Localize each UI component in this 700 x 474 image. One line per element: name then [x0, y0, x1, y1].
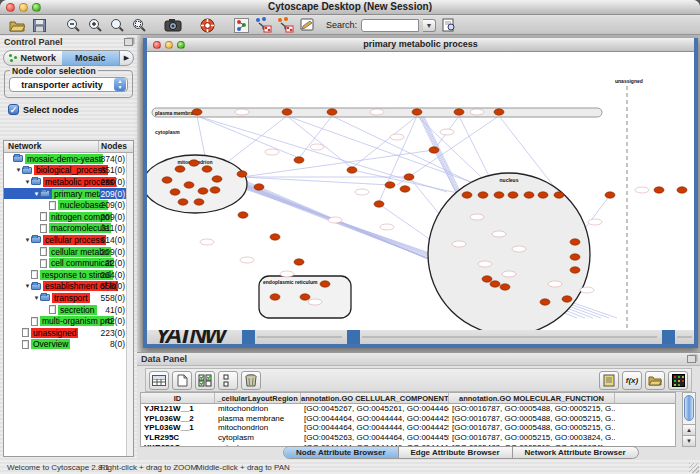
network-node[interactable] — [508, 192, 518, 198]
notepad-icon[interactable] — [599, 371, 619, 390]
network-overview-icon[interactable] — [232, 17, 250, 33]
network-node[interactable] — [400, 186, 410, 192]
network-node[interactable] — [570, 254, 580, 260]
table-row[interactable]: YPL036W__2plasma membrane[GO:0044464, GO… — [141, 414, 675, 424]
network-node[interactable] — [654, 187, 664, 193]
table-cell[interactable]: [GO:0044464, GO:0044444, GO:0044425, G..… — [301, 423, 449, 432]
network-tree-item[interactable]: secretion 41(0) — [4, 304, 126, 316]
table-row[interactable]: YLR295Ccytoplasm[GO:0045263, GO:0044464,… — [141, 433, 675, 443]
column-go-cellular-component[interactable]: annotation.GO CELLULAR_COMPONENT — [301, 393, 449, 403]
delete-attribute-icon[interactable] — [241, 371, 261, 390]
network-node[interactable] — [385, 182, 395, 188]
network-node[interactable] — [677, 187, 687, 193]
network-node[interactable] — [189, 160, 199, 166]
network-node[interactable] — [374, 201, 384, 207]
network-node[interactable] — [540, 299, 550, 305]
table-cell[interactable]: [GO:0016787, GO:0005488, GO:0005215, G..… — [449, 414, 615, 423]
select-nodes-checkbox[interactable]: ✓ — [8, 104, 19, 115]
network-node[interactable] — [462, 192, 472, 198]
zoom-selected-icon[interactable] — [130, 17, 148, 33]
network-tree-item[interactable]: unassigned 223(0) — [4, 327, 126, 339]
network-node[interactable] — [478, 192, 488, 198]
network-node[interactable] — [320, 281, 330, 287]
search-dropdown-button[interactable]: ▼ — [423, 19, 436, 32]
network-tree-item[interactable]: cellular metabo 209(0) — [4, 246, 126, 258]
network-tree-item[interactable]: nucleobase- 209(0) — [4, 199, 126, 211]
unified-view-icon[interactable] — [218, 371, 238, 390]
apply-layout-a-icon[interactable] — [254, 17, 272, 33]
table-cell[interactable]: plasma membrane — [215, 414, 301, 423]
network-node[interactable] — [482, 276, 492, 282]
open-folder-icon[interactable] — [8, 17, 26, 33]
network-node[interactable] — [170, 189, 180, 195]
tree-scrollbar[interactable] — [126, 153, 133, 456]
network-node[interactable] — [300, 294, 310, 300]
network-node[interactable] — [494, 192, 504, 198]
table-cell[interactable]: mitochondrion — [215, 404, 301, 413]
network-node[interactable] — [202, 166, 212, 172]
background-windows-strip[interactable]: YATNW — [147, 330, 694, 344]
network-tree-item[interactable]: multi-organism pro 42(0) — [4, 315, 126, 327]
resize-grip[interactable] — [689, 463, 699, 473]
network-node[interactable] — [327, 109, 337, 115]
float-data-panel-icon[interactable] — [687, 355, 696, 363]
table-scrollbar[interactable]: ▲ ▼ — [682, 392, 696, 447]
network-node[interactable] — [524, 192, 534, 198]
annotation-icon[interactable] — [298, 17, 316, 33]
scroll-up-arrow[interactable]: ▲ — [683, 424, 695, 435]
tab-network-attribute-browser[interactable]: Network Attribute Browser — [513, 447, 638, 458]
table-cell[interactable]: YJR121W__1 — [141, 404, 215, 413]
zoom-fit-icon[interactable] — [108, 17, 126, 33]
help-lifesaver-icon[interactable] — [198, 17, 216, 33]
network-tree-item[interactable]: ▼ metabolic process 280(0) — [4, 176, 126, 188]
new-attribute-icon[interactable] — [172, 371, 192, 390]
import-attributes-icon[interactable] — [645, 371, 665, 390]
network-node[interactable] — [294, 157, 304, 163]
search-input[interactable] — [361, 19, 419, 32]
tab-edge-attribute-browser[interactable]: Edge Attribute Browser — [399, 447, 513, 458]
network-node[interactable] — [347, 167, 357, 173]
table-cell[interactable]: [GO:0016787, GO:0005488, GO:0005215, G..… — [449, 404, 615, 413]
network-tree-item[interactable]: Overview 8(0) — [4, 339, 126, 351]
scroll-down-arrow[interactable]: ▼ — [683, 435, 695, 446]
tab-network[interactable]: Network — [4, 51, 62, 65]
tab-mosaic[interactable]: Mosaic — [62, 51, 120, 65]
network-node[interactable] — [194, 199, 204, 205]
network-node[interactable] — [178, 199, 188, 205]
network-tree-item[interactable]: ▼ cellular process 614(0) — [4, 234, 126, 246]
network-node[interactable] — [429, 147, 439, 153]
table-row[interactable]: YJR121W__1mitochondrion[GO:0045267, GO:0… — [141, 404, 675, 414]
table-cell[interactable]: YPL036W__2 — [141, 414, 215, 423]
table-cell[interactable]: [GO:0016787, GO:0005215, GO:0003824, G..… — [449, 433, 615, 442]
network-node[interactable] — [270, 234, 280, 240]
tab-node-attribute-browser[interactable]: Node Attribute Browser — [284, 447, 399, 458]
snapshot-camera-icon[interactable] — [164, 17, 182, 33]
more-tabs-arrow[interactable]: ▶ — [119, 51, 133, 65]
column-cellular-layout-region[interactable]: _cellularLayoutRegion — [215, 393, 301, 403]
table-scrollbar-thumb[interactable] — [684, 395, 694, 421]
network-node[interactable] — [570, 267, 580, 273]
network-node[interactable] — [282, 109, 292, 115]
network-node[interactable] — [212, 176, 222, 182]
network-node[interactable] — [238, 212, 248, 218]
network-canvas[interactable]: plasma membrane cytoplasm mitochondrion … — [147, 52, 694, 330]
network-node[interactable] — [490, 281, 500, 287]
network-node[interactable] — [162, 177, 172, 183]
network-tree-item[interactable]: ▼ primary metabo 209(0) — [4, 188, 126, 200]
tree-column-network[interactable]: Network — [4, 141, 99, 152]
network-node[interactable] — [454, 109, 464, 115]
table-cell[interactable]: YPL036W__1 — [141, 423, 215, 432]
node-color-combobox[interactable]: transporter activity ▲▼ — [9, 77, 128, 92]
select-attributes-icon[interactable] — [195, 371, 215, 390]
search-options-icon[interactable] — [440, 17, 458, 33]
network-tree-item[interactable]: macromolecule 311(0) — [4, 223, 126, 235]
network-tree-item[interactable]: ▼ biological_process 651(0) — [4, 165, 126, 177]
table-row[interactable]: YPL036W__1mitochondrion[GO:0044464, GO:0… — [141, 423, 675, 433]
network-node[interactable] — [192, 109, 202, 115]
attribute-matrix-icon[interactable] — [668, 371, 688, 390]
network-node[interactable] — [570, 239, 580, 245]
network-node[interactable] — [198, 188, 208, 194]
table-cell[interactable]: [GO:0016787, GO:0005488, GO:0005215, G..… — [449, 423, 615, 432]
network-tree-item[interactable]: ▼ transport 558(0) — [4, 292, 126, 304]
network-node[interactable] — [270, 294, 280, 300]
